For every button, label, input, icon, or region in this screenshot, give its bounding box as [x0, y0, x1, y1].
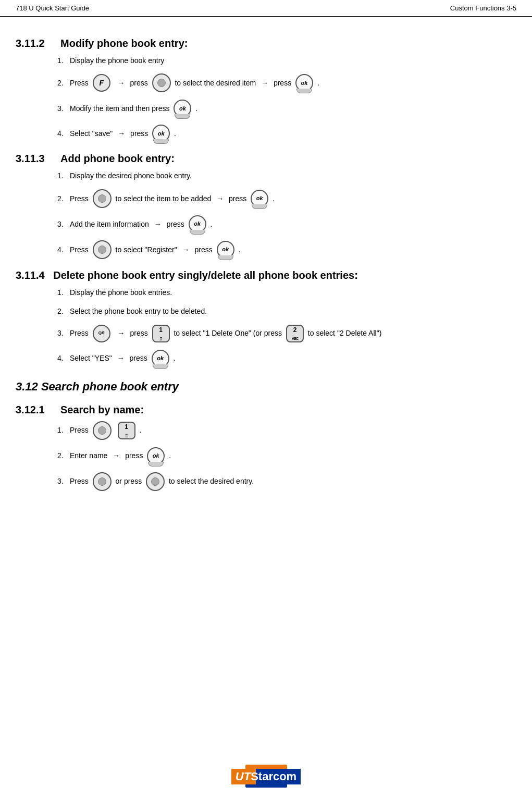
step-num: 3.: [57, 218, 70, 230]
step-num: 4.: [57, 352, 70, 364]
section-3114-title: 3.11.4 Delete phone book entry singly/de…: [16, 269, 358, 281]
ok-button-icon: ok: [189, 215, 206, 233]
step-3112-3: 3. Modify the item and then press ok .: [57, 100, 516, 117]
step-content: Modify the item and then press ok .: [70, 100, 197, 117]
nav-button-icon: [93, 421, 112, 440]
page-footer: UT Starcom: [0, 765, 532, 788]
arrow-icon: →: [261, 77, 268, 89]
ok-button-icon: ok: [152, 125, 170, 142]
nav2-button-icon: [146, 472, 165, 491]
arrow-icon: →: [118, 128, 125, 139]
step-content: Display the phone book entry: [70, 55, 164, 66]
header-right: Custom Functions 3-5: [450, 4, 516, 12]
step-content: Press QR → press 1⣿ to select "1 Delete …: [70, 325, 381, 342]
arrow-icon: →: [182, 244, 190, 255]
section-3113-heading: 3.11.3 Add phone book entry:: [16, 153, 516, 165]
ok-button-icon: ok: [174, 100, 191, 117]
step-num: 1.: [57, 424, 70, 436]
step-3121-1: 1. Press 1⣿ .: [57, 421, 516, 440]
section-3112-title: Modify phone book entry:: [60, 38, 188, 50]
step-content: Display the desired phone book entry.: [70, 170, 192, 181]
step-num: 4.: [57, 244, 70, 255]
section-312-title: 3.12 Search phone book entry: [16, 380, 179, 393]
step-num: 4.: [57, 128, 70, 139]
step-content: Select the phone book entry to be delete…: [70, 305, 207, 317]
arrow-icon: →: [216, 193, 224, 204]
step-num: 1.: [57, 287, 70, 298]
logo-bar-top: [245, 765, 287, 769]
page-content: 3.11.2 Modify phone book entry: 1. Displ…: [0, 17, 532, 540]
section-3121-num: 3.12.1: [16, 404, 52, 416]
step-3112-2: 2. Press F → press to select the desired…: [57, 73, 516, 92]
step-content: Add the item information → press ok .: [70, 215, 212, 233]
ok-button-icon: ok: [251, 190, 268, 207]
logo-container: UT Starcom: [231, 765, 301, 788]
arrow-icon: →: [118, 327, 125, 339]
f-button-icon: F: [93, 74, 110, 92]
arrow-icon: →: [113, 450, 120, 461]
step-3114-2: 2. Select the phone book entry to be del…: [57, 305, 516, 317]
section-3114-heading: 3.11.4 Delete phone book entry singly/de…: [16, 269, 516, 281]
two-button-icon: 2ABC: [286, 325, 304, 342]
header-left: 718 U Quick Start Guide: [16, 4, 89, 12]
ok-button-icon: ok: [147, 447, 165, 465]
step-content: Press 1⣿ .: [70, 421, 141, 440]
menu-button-icon: QR: [93, 325, 110, 342]
ok-button-icon: ok: [295, 74, 313, 92]
arrow-icon: →: [154, 218, 162, 230]
arrow-icon: →: [117, 352, 125, 364]
section-3113-steps: 1. Display the desired phone book entry.…: [57, 170, 516, 259]
one-button-icon: 1⣿: [152, 325, 170, 342]
step-num: 1.: [57, 55, 70, 66]
step-content: Press to select the item to be added → p…: [70, 189, 275, 208]
step-num: 3.: [57, 475, 70, 487]
step-num: 2.: [57, 305, 70, 317]
section-3121-steps: 1. Press 1⣿ . 2. Enter name → press ok .…: [57, 421, 516, 491]
step-3114-1: 1. Display the phone book entries.: [57, 287, 516, 298]
step-3112-1: 1. Display the phone book entry: [57, 55, 516, 66]
step-content: Press F → press to select the desired it…: [70, 73, 319, 92]
step-num: 2.: [57, 450, 70, 461]
nav-button-icon: [93, 240, 112, 259]
step-content: Press to select "Register" → press ok .: [70, 240, 240, 259]
step-3114-4: 4. Select "YES" → press ok .: [57, 350, 516, 367]
step-3113-4: 4. Press to select "Register" → press ok…: [57, 240, 516, 259]
section-312-heading: 3.12 Search phone book entry: [16, 380, 516, 394]
section-3112-steps: 1. Display the phone book entry 2. Press…: [57, 55, 516, 142]
step-3121-2: 2. Enter name → press ok .: [57, 447, 516, 465]
page-header: 718 U Quick Start Guide Custom Functions…: [0, 0, 532, 17]
step-num: 3.: [57, 327, 70, 339]
step-3113-3: 3. Add the item information → press ok .: [57, 215, 516, 233]
step-num: 2.: [57, 77, 70, 89]
section-3112-heading: 3.11.2 Modify phone book entry:: [16, 38, 516, 50]
step-num: 3.: [57, 103, 70, 114]
step-3112-4: 4. Select "save" → press ok .: [57, 125, 516, 142]
step-content: Enter name → press ok .: [70, 447, 171, 465]
nav-button-icon: [152, 73, 171, 92]
ok-button-icon: ok: [152, 350, 169, 367]
ok-button-icon: ok: [217, 241, 234, 259]
step-3114-3: 3. Press QR → press 1⣿ to select "1 Dele…: [57, 325, 516, 342]
nav-button-icon: [93, 189, 112, 208]
one-button-icon: 1⣿: [118, 422, 135, 439]
section-3113-title: Add phone book entry:: [60, 153, 175, 165]
step-3121-3: 3. Press or press to select the desired …: [57, 472, 516, 491]
step-content: Select "YES" → press ok .: [70, 350, 175, 367]
logo-ut: UT: [236, 770, 251, 783]
step-3113-1: 1. Display the desired phone book entry.: [57, 170, 516, 181]
step-num: 1.: [57, 170, 70, 181]
section-3114-steps: 1. Display the phone book entries. 2. Se…: [57, 287, 516, 367]
section-3113-num: 3.11.3: [16, 153, 52, 165]
logo-starcom: Starcom: [251, 770, 296, 783]
arrow-icon: →: [118, 77, 125, 89]
logo-bar-bottom: [245, 784, 287, 788]
section-3112-num: 3.11.2: [16, 38, 52, 50]
step-content: Select "save" → press ok .: [70, 125, 176, 142]
step-content: Display the phone book entries.: [70, 287, 172, 298]
step-num: 2.: [57, 193, 70, 204]
section-3121-title: Search by name:: [60, 404, 144, 416]
nav-button-icon: [93, 472, 112, 491]
step-content: Press or press to select the desired ent…: [70, 472, 254, 491]
step-3113-2: 2. Press to select the item to be added …: [57, 189, 516, 208]
section-3121-heading: 3.12.1 Search by name:: [16, 404, 516, 416]
